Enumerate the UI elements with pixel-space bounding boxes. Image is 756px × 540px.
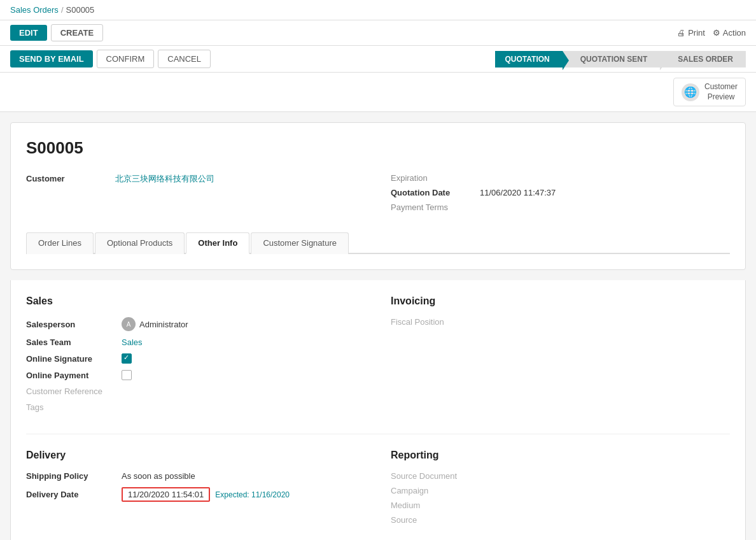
tab-customer-signature[interactable]: Customer Signature bbox=[251, 232, 349, 254]
quotation-date-label: Quotation Date bbox=[391, 188, 480, 197]
customer-preview-bar: 🌐 CustomerPreview bbox=[0, 73, 756, 112]
invoicing-col: Invoicing Fiscal Position bbox=[391, 295, 730, 418]
salesperson-field: Salesperson A Administrator bbox=[26, 317, 365, 331]
campaign-label: Campaign bbox=[391, 486, 730, 495]
other-info-bottom: Delivery Shipping Policy As soon as poss… bbox=[26, 450, 730, 530]
delivery-date-value[interactable]: 11/20/2020 11:54:01 bbox=[122, 487, 210, 502]
toolbar: EDIT CREATE 🖨 Print ⚙ Action bbox=[0, 20, 756, 46]
action-bar-left: SEND BY EMAIL CONFIRM CANCEL bbox=[10, 50, 211, 68]
tab-content-other-info: Sales Salesperson A Administrator Sales … bbox=[10, 280, 746, 540]
print-label: Print bbox=[688, 28, 705, 38]
reporting-section-title: Reporting bbox=[391, 450, 730, 461]
customer-reference-field: Customer Reference bbox=[26, 387, 365, 396]
print-button[interactable]: 🖨 Print bbox=[677, 28, 705, 38]
shipping-policy-field: Shipping Policy As soon as possible bbox=[26, 471, 365, 481]
divider bbox=[26, 434, 730, 434]
status-step-quotation[interactable]: QUOTATION bbox=[495, 51, 563, 68]
source-label: Source bbox=[391, 515, 730, 525]
invoicing-section-title: Invoicing bbox=[391, 295, 730, 307]
salesperson-value: A Administrator bbox=[122, 317, 188, 331]
delivery-date-label: Delivery Date bbox=[26, 490, 122, 499]
confirm-button[interactable]: CONFIRM bbox=[97, 50, 155, 68]
create-button[interactable]: CREATE bbox=[51, 24, 103, 41]
order-fields: Customer 北京三块网络科技有限公司 Expiration Quotati… bbox=[26, 173, 730, 217]
online-signature-label: Online Signature bbox=[26, 354, 122, 364]
delivery-date-field: Delivery Date 11/20/2020 11:54:01 Expect… bbox=[26, 487, 365, 502]
edit-button[interactable]: EDIT bbox=[10, 25, 47, 41]
online-payment-field: Online Payment bbox=[26, 370, 365, 380]
sales-team-field: Sales Team Sales bbox=[26, 338, 365, 347]
online-payment-label: Online Payment bbox=[26, 371, 122, 380]
sales-team-value[interactable]: Sales bbox=[122, 338, 143, 347]
payment-terms-field-row: Payment Terms bbox=[391, 202, 730, 212]
breadcrumb-current: S00005 bbox=[66, 5, 95, 15]
status-steps: QUOTATION QUOTATION SENT SALES ORDER bbox=[495, 51, 746, 68]
order-title: S00005 bbox=[26, 138, 730, 158]
expiration-field-row: Expiration bbox=[391, 173, 730, 183]
order-card: S00005 Customer 北京三块网络科技有限公司 Expiration … bbox=[10, 122, 746, 270]
quotation-date-field-row: Quotation Date 11/06/2020 11:47:37 bbox=[391, 188, 730, 197]
customer-reference-label: Customer Reference bbox=[26, 387, 122, 396]
status-step-sales-order[interactable]: SALES ORDER bbox=[660, 51, 746, 68]
customer-preview-label: CustomerPreview bbox=[704, 82, 738, 102]
sales-team-label: Sales Team bbox=[26, 338, 122, 347]
tab-order-lines[interactable]: Order Lines bbox=[26, 232, 94, 254]
medium-label: Medium bbox=[391, 501, 730, 510]
tags-label: Tags bbox=[26, 402, 122, 412]
shipping-policy-value: As soon as possible bbox=[122, 471, 195, 481]
delivery-section-title: Delivery bbox=[26, 450, 365, 461]
expected-date-label: Expected: 11/16/2020 bbox=[215, 490, 290, 499]
main-content: S00005 Customer 北京三块网络科技有限公司 Expiration … bbox=[0, 112, 756, 540]
fiscal-position-field: Fiscal Position bbox=[391, 317, 730, 327]
tab-other-info[interactable]: Other Info bbox=[186, 232, 249, 254]
source-document-label: Source Document bbox=[391, 471, 730, 481]
salesperson-avatar: A bbox=[122, 317, 136, 331]
customer-field-row: Customer 北京三块网络科技有限公司 bbox=[26, 173, 365, 185]
salesperson-label: Salesperson bbox=[26, 320, 122, 329]
order-fields-left: Customer 北京三块网络科技有限公司 bbox=[26, 173, 365, 217]
tags-field: Tags bbox=[26, 402, 365, 412]
breadcrumb-parent[interactable]: Sales Orders bbox=[10, 5, 59, 15]
sales-col: Sales Salesperson A Administrator Sales … bbox=[26, 295, 365, 418]
other-info-top: Sales Salesperson A Administrator Sales … bbox=[26, 295, 730, 418]
customer-value[interactable]: 北京三块网络科技有限公司 bbox=[115, 173, 214, 185]
gear-icon: ⚙ bbox=[713, 28, 720, 38]
fiscal-position-label: Fiscal Position bbox=[391, 317, 486, 327]
breadcrumb-separator: / bbox=[61, 5, 64, 15]
send-by-email-button[interactable]: SEND BY EMAIL bbox=[10, 50, 93, 68]
customer-preview-button[interactable]: 🌐 CustomerPreview bbox=[673, 78, 746, 106]
customer-label: Customer bbox=[26, 174, 115, 183]
online-signature-field: Online Signature bbox=[26, 353, 365, 364]
quotation-date-value: 11/06/2020 11:47:37 bbox=[480, 188, 556, 197]
toolbar-left: EDIT CREATE bbox=[10, 24, 103, 41]
expiration-label: Expiration bbox=[391, 173, 480, 183]
payment-terms-label: Payment Terms bbox=[391, 202, 480, 212]
globe-icon: 🌐 bbox=[682, 83, 699, 101]
action-label: Action bbox=[723, 28, 746, 38]
tab-optional-products[interactable]: Optional Products bbox=[95, 232, 185, 254]
tabs-bar: Order Lines Optional Products Other Info… bbox=[26, 232, 730, 254]
reporting-col: Reporting Source Document Campaign Mediu… bbox=[391, 450, 730, 530]
delivery-col: Delivery Shipping Policy As soon as poss… bbox=[26, 450, 365, 530]
shipping-policy-label: Shipping Policy bbox=[26, 471, 122, 481]
online-payment-checkbox[interactable] bbox=[122, 370, 132, 380]
salesperson-name: Administrator bbox=[139, 320, 188, 329]
print-icon: 🖨 bbox=[677, 28, 685, 38]
delivery-date-container: 11/20/2020 11:54:01 Expected: 11/16/2020 bbox=[122, 487, 290, 502]
action-button[interactable]: ⚙ Action bbox=[713, 28, 746, 38]
online-signature-checkbox[interactable] bbox=[122, 353, 132, 364]
toolbar-right: 🖨 Print ⚙ Action bbox=[677, 28, 746, 38]
status-step-quotation-sent[interactable]: QUOTATION SENT bbox=[563, 51, 661, 68]
sales-section-title: Sales bbox=[26, 295, 365, 307]
breadcrumb-bar: Sales Orders / S00005 bbox=[0, 0, 756, 20]
cancel-button[interactable]: CANCEL bbox=[158, 50, 211, 68]
order-fields-right: Expiration Quotation Date 11/06/2020 11:… bbox=[391, 173, 730, 217]
action-bar: SEND BY EMAIL CONFIRM CANCEL QUOTATION Q… bbox=[0, 46, 756, 73]
